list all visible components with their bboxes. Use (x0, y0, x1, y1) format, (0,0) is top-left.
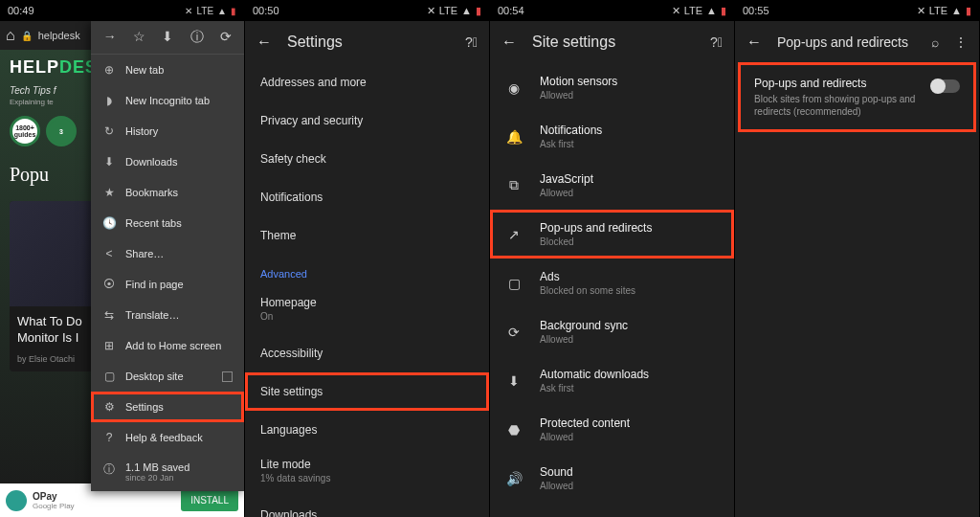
add-home-icon: ⊞ (102, 339, 116, 352)
find-icon: ⦿ (102, 278, 116, 291)
site-item-ads[interactable]: ▢AdsBlocked on some sites (490, 258, 734, 307)
status-time: 00:50 (253, 5, 279, 16)
badge-2: 3 (46, 116, 77, 146)
site-item-notifications[interactable]: 🔔NotificationsAsk first (490, 112, 734, 161)
share-icon: < (102, 247, 116, 260)
help-icon[interactable]: ?⃝ (465, 34, 478, 50)
site-item-pop-ups-and-redirects[interactable]: ↗Pop-ups and redirectsBlocked (490, 210, 734, 258)
lock-icon: 🔒 (21, 31, 33, 41)
reload-icon[interactable]: ⟳ (220, 29, 232, 46)
checkbox[interactable] (222, 371, 233, 382)
site-item-motion-sensors[interactable]: ◉Motion sensorsAllowed (490, 63, 734, 112)
menu-item-share-[interactable]: <Share… (91, 238, 244, 269)
help-icon[interactable]: ?⃝ (710, 34, 723, 50)
menu-item-bookmarks[interactable]: ★Bookmarks (91, 177, 244, 208)
download-icon[interactable]: ⬇ (162, 29, 173, 46)
menu-item-recent-tabs[interactable]: 🕓Recent tabs (91, 208, 244, 238)
app-bar: ← Site settings ?⃝ (490, 21, 734, 63)
info-icon: ⓘ (102, 461, 116, 478)
menu-item-desktop-site[interactable]: ▢Desktop site (91, 361, 244, 392)
popup-icon: ↗ (505, 227, 523, 242)
status-time: 00:49 (8, 5, 34, 16)
toggle-desc: Block sites from showing pop-ups and red… (754, 93, 920, 118)
more-icon[interactable]: ⋮ (954, 34, 968, 50)
sound-icon: 🔊 (505, 471, 523, 486)
panel-site-settings: 00:54 ✕LTE▲▮ ← Site settings ?⃝ ◉Motion … (490, 0, 735, 517)
menu-item-translate-[interactable]: ⇆Translate… (91, 300, 244, 330)
plus-icon: ⊕ (102, 63, 116, 77)
menu-item-history[interactable]: ↻History (91, 116, 244, 146)
menu-item-settings[interactable]: ⚙Settings (91, 392, 244, 422)
bookmark-icon[interactable]: ☆ (133, 29, 145, 46)
site-item-background-sync[interactable]: ⟳Background syncAllowed (490, 307, 734, 356)
panel-settings: 00:50 ✕LTE▲▮ ← Settings ?⃝ Addresses and… (245, 0, 490, 517)
history-icon: ↻ (102, 124, 116, 138)
menu-item-help-feedback[interactable]: ?Help & feedback (91, 422, 244, 453)
settings-item-accessibility[interactable]: Accessibility (245, 334, 489, 372)
install-button[interactable]: INSTALL (181, 489, 238, 511)
settings-item-homepage[interactable]: HomepageOn (245, 287, 489, 334)
back-button[interactable]: ← (501, 34, 517, 51)
settings-item-site-settings[interactable]: Site settings (245, 372, 489, 411)
settings-item-downloads[interactable]: Downloads (245, 496, 489, 517)
status-icons: ✕LTE▲▮ (185, 6, 236, 16)
site-item-javascript[interactable]: ⧉JavaScriptAllowed (490, 161, 734, 210)
status-bar: 00:50 ✕LTE▲▮ (245, 0, 489, 21)
menu-item-new-tab[interactable]: ⊕New tab (91, 55, 244, 85)
highlighted-setting: Pop-ups and redirects Block sites from s… (741, 65, 973, 129)
settings-item-lite-mode[interactable]: Lite mode1% data savings (245, 449, 489, 496)
menu-item-find-in-page[interactable]: ⦿Find in page (91, 269, 244, 300)
site-item-protected-content[interactable]: ⬣Protected contentAllowed (490, 405, 734, 454)
protect-icon: ⬣ (505, 422, 523, 438)
app-bar: ← Pop-ups and redirects ⌕ ⋮ (735, 21, 979, 63)
settings-item-safety-check[interactable]: Safety check (245, 140, 489, 178)
ads-icon: ▢ (505, 276, 523, 291)
toggle-popups[interactable]: Pop-ups and redirects Block sites from s… (741, 65, 973, 129)
back-button[interactable]: ← (746, 34, 762, 51)
settings-item-languages[interactable]: Languages (245, 411, 489, 449)
menu-item-add-to-home-screen[interactable]: ⊞Add to Home screen (91, 330, 244, 361)
star-icon: ★ (102, 186, 116, 199)
back-button[interactable]: ← (256, 34, 272, 51)
site-settings-list: ◉Motion sensorsAllowed🔔NotificationsAsk … (490, 63, 734, 517)
motion-icon: ◉ (505, 80, 523, 96)
status-time: 00:55 (743, 5, 769, 16)
js-icon: ⧉ (505, 177, 523, 193)
toggle-switch[interactable] (931, 79, 960, 93)
incognito-icon: ◗ (102, 94, 116, 107)
settings-list: Addresses and morePrivacy and securitySa… (245, 63, 489, 517)
desktop-icon: ▢ (102, 370, 116, 383)
status-time: 00:54 (498, 5, 524, 16)
menu-top-actions: → ☆ ⬇ ⓘ ⟳ (91, 21, 244, 55)
status-bar: 00:54 ✕LTE▲▮ (490, 0, 734, 21)
browser-menu: → ☆ ⬇ ⓘ ⟳ ⊕New tab◗New Incognito tab↻His… (91, 21, 244, 491)
page-title: Site settings (532, 34, 695, 51)
site-item-automatic-downloads[interactable]: ⬇Automatic downloadsAsk first (490, 356, 734, 405)
ad-icon (6, 490, 27, 511)
menu-item-downloads[interactable]: ⬇Downloads (91, 146, 244, 177)
site-item-sound[interactable]: 🔊SoundAllowed (490, 454, 734, 503)
menu-item-1-1-mb-saved[interactable]: ⓘ1.1 MB savedsince 20 Jan (91, 453, 244, 491)
app-bar: ← Settings ?⃝ (245, 21, 489, 63)
panel-browser-menu: 00:49 ✕LTE▲▮ ⌂ 🔒 helpdesk HELPDESK Tech … (0, 0, 245, 517)
forward-icon[interactable]: → (103, 29, 117, 46)
home-icon[interactable]: ⌂ (6, 27, 15, 44)
info-icon[interactable]: ⓘ (190, 29, 204, 46)
status-bar: 00:55 ✕LTE▲▮ (735, 0, 979, 21)
sync-icon: ⟳ (505, 325, 523, 340)
gear-icon: ⚙ (102, 400, 116, 414)
bell-icon: 🔔 (505, 129, 523, 145)
ad-text: OPay Google Play (33, 491, 75, 510)
settings-item-notifications[interactable]: Notifications (245, 178, 489, 216)
settings-item-privacy-and-security[interactable]: Privacy and security (245, 101, 489, 140)
site-item-data-stored[interactable]: ≡Data stored (490, 503, 734, 517)
search-icon[interactable]: ⌕ (931, 34, 939, 50)
menu-item-new-incognito-tab[interactable]: ◗New Incognito tab (91, 85, 244, 116)
settings-item-addresses-and-more[interactable]: Addresses and more (245, 63, 489, 101)
dl-icon: ⬇ (505, 373, 523, 389)
download-icon: ⬇ (102, 155, 116, 169)
help-icon: ? (102, 431, 116, 444)
translate-icon: ⇆ (102, 308, 116, 322)
settings-item-theme[interactable]: Theme (245, 216, 489, 255)
page-title: Settings (287, 34, 450, 51)
